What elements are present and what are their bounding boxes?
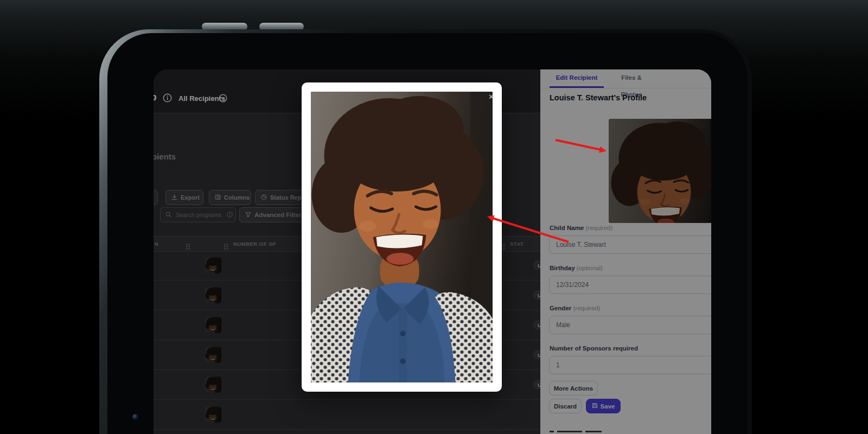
- child-name-label: Child Name (required): [550, 225, 612, 231]
- columns-button[interactable]: Columns: [209, 190, 251, 205]
- discard-button[interactable]: Discard: [549, 399, 582, 413]
- download-icon: [171, 194, 177, 201]
- page-title-fragment: pients: [154, 152, 176, 161]
- label-hint: (required): [573, 305, 600, 311]
- recipient-avatar[interactable]: [205, 317, 221, 333]
- pie-chart-icon: [261, 194, 267, 201]
- search-icon: [165, 210, 171, 220]
- columns-icon: [215, 194, 221, 201]
- recipient-avatar[interactable]: [205, 347, 221, 363]
- column-header-number-of-sponsors: NUMBER OF SP: [233, 237, 276, 251]
- tab-files-photos[interactable]: Files & Photos: [612, 69, 651, 86]
- chevron-down-circle-icon[interactable]: [219, 94, 227, 103]
- sponsors-field[interactable]: [549, 356, 711, 374]
- advanced-filter-button[interactable]: Advanced Filter: [239, 207, 304, 222]
- sponsors-label: Number of Sponsors required: [550, 345, 638, 352]
- recipient-avatar[interactable]: [205, 406, 221, 423]
- recipient-avatar[interactable]: [205, 257, 221, 273]
- photo-modal: ✕: [302, 82, 502, 392]
- column-header-status: STAT: [510, 237, 524, 251]
- label-hint: (required): [585, 225, 612, 231]
- export-button[interactable]: Export: [165, 190, 203, 205]
- label-text: Child Name: [550, 225, 584, 231]
- info-icon[interactable]: [163, 93, 172, 103]
- floppy-disk-icon: [592, 403, 598, 410]
- advanced-filter-label: Advanced Filter: [254, 212, 301, 218]
- partial-button[interactable]: s: [154, 190, 158, 205]
- label-hint: (optional): [577, 265, 603, 271]
- profile-photo-thumbnail[interactable]: [609, 119, 711, 223]
- app-logo-fragment: p: [154, 91, 157, 103]
- gender-field[interactable]: [549, 316, 711, 334]
- tablet-mockup-scene: p All Recipients pients s Export Co: [0, 0, 868, 434]
- search-box: [160, 207, 236, 222]
- label-text: Gender: [550, 305, 571, 311]
- birthday-label: Birthday (optional): [550, 265, 603, 271]
- info-icon: [227, 210, 233, 220]
- birthday-field[interactable]: [549, 276, 711, 294]
- close-icon[interactable]: ✕: [488, 93, 494, 100]
- label-text: Number of Sponsors required: [550, 345, 638, 352]
- child-name-field[interactable]: [549, 235, 711, 254]
- recipient-avatar[interactable]: [205, 287, 221, 303]
- app-screen: p All Recipients pients s Export Co: [154, 69, 711, 434]
- tab-edit-recipient[interactable]: Edit Recipient: [550, 69, 604, 88]
- column-header-fragment: N: [155, 237, 158, 251]
- profile-heading: Louise T. Stewart's Profile: [550, 93, 647, 102]
- export-label: Export: [181, 194, 200, 201]
- front-camera: [132, 414, 138, 420]
- save-button[interactable]: Save: [586, 399, 621, 413]
- search-input[interactable]: [175, 211, 224, 219]
- recipient-photo-large: [311, 92, 493, 382]
- clipped-bottom-text: [550, 431, 620, 433]
- more-actions-button[interactable]: More Actions: [549, 381, 598, 395]
- funnel-icon: [245, 212, 251, 219]
- recipient-avatar[interactable]: [205, 376, 221, 393]
- panel-tab-bar: Edit Recipient Files & Photos: [540, 69, 711, 88]
- save-label: Save: [601, 403, 615, 410]
- gender-label: Gender (required): [550, 305, 600, 311]
- label-text: Birthday: [550, 265, 575, 271]
- columns-label: Columns: [224, 194, 250, 201]
- edit-recipient-panel: Edit Recipient Files & Photos Louise T. …: [540, 69, 711, 434]
